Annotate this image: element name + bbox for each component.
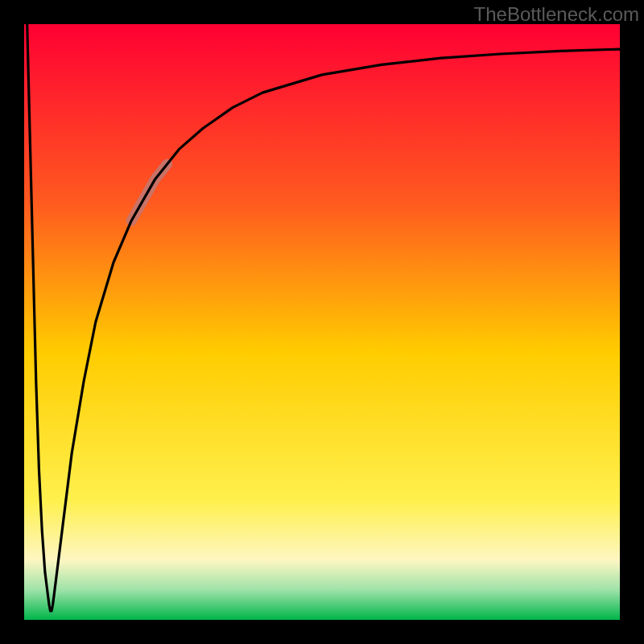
chart-svg xyxy=(24,24,620,620)
watermark-text: TheBottleneck.com xyxy=(474,3,639,26)
gradient-background xyxy=(24,24,620,620)
chart-frame: TheBottleneck.com xyxy=(0,0,644,644)
plot-area xyxy=(24,24,620,620)
